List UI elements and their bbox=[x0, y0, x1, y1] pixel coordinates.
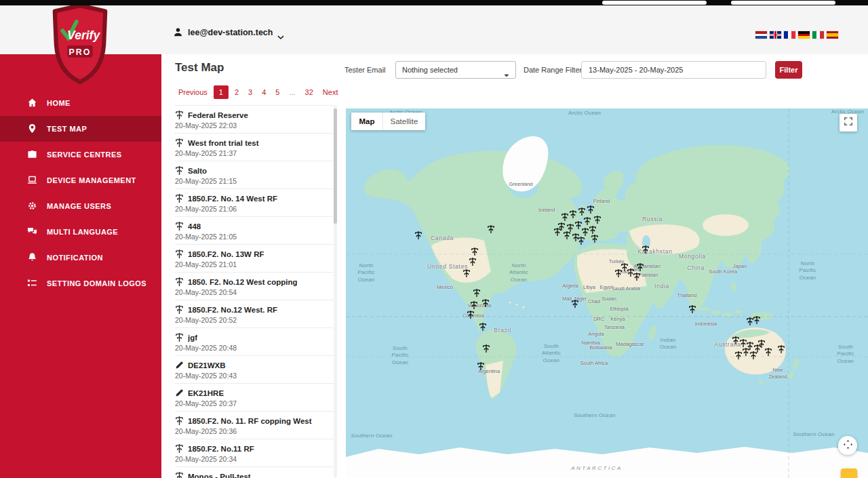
italy-flag-icon[interactable] bbox=[812, 31, 824, 39]
map-canvas[interactable]: Arctic OceanArctic OceanArctic OceanNort… bbox=[346, 108, 868, 478]
pagination-page-5[interactable]: 5 bbox=[271, 85, 284, 99]
test-marker-icon[interactable] bbox=[553, 227, 561, 237]
test-list-item[interactable]: EK21HRE20-May-2025 20:37 bbox=[175, 384, 334, 412]
test-list-item[interactable]: DE21WXB20-May-2025 20:43 bbox=[175, 356, 334, 384]
pagination-page-32[interactable]: 32 bbox=[300, 85, 318, 99]
sidebar-item-test-map[interactable]: TEST MAP bbox=[0, 116, 161, 142]
sidebar-item-home[interactable]: HOME bbox=[0, 90, 161, 116]
pagination-page-3[interactable]: 3 bbox=[243, 85, 257, 99]
pegman-control[interactable] bbox=[841, 469, 857, 478]
test-marker-icon[interactable] bbox=[561, 212, 569, 222]
pagination-ellipsis: ... bbox=[284, 85, 300, 99]
pagination-page-2[interactable]: 2 bbox=[230, 85, 243, 99]
test-list-item[interactable]: 1850.F2. No.12 West. RF20-May-2025 20:52 bbox=[175, 300, 334, 328]
test-marker-icon[interactable] bbox=[462, 268, 471, 278]
test-marker-icon[interactable] bbox=[633, 272, 641, 281]
pagination: Previous12345...32Next bbox=[174, 85, 342, 99]
pagination-page-1[interactable]: 1 bbox=[214, 85, 229, 99]
test-list-item[interactable]: Salto20-May-2025 21:15 bbox=[175, 161, 334, 189]
netherlands-flag-icon[interactable] bbox=[755, 31, 767, 39]
sidebar-item-service-centres[interactable]: SERVICE CENTRES bbox=[0, 142, 161, 167]
test-list-item[interactable]: 1850. F2. No.12 West copping20-May-2025 … bbox=[175, 273, 334, 300]
test-marker-icon[interactable] bbox=[577, 236, 585, 245]
map-type-map-button[interactable]: Map bbox=[351, 113, 383, 130]
sidebar-item-notification[interactable]: NOTIFICATION bbox=[0, 245, 161, 271]
test-marker-icon[interactable] bbox=[469, 257, 477, 266]
test-marker-icon[interactable] bbox=[642, 245, 650, 254]
test-marker-icon[interactable] bbox=[477, 361, 485, 371]
user-menu[interactable]: lee@dev-station.tech bbox=[173, 27, 284, 37]
pagination-previous[interactable]: Previous bbox=[174, 85, 212, 99]
date-range-input[interactable] bbox=[581, 61, 766, 79]
sidebar-item-multi-language[interactable]: MULTI LANGUAGE bbox=[0, 219, 161, 245]
test-marker-icon[interactable] bbox=[593, 215, 601, 224]
test-marker-icon[interactable] bbox=[734, 351, 743, 360]
test-list-item[interactable]: Monos - Pull-test bbox=[175, 467, 334, 478]
list-scrollbar-thumb[interactable] bbox=[334, 108, 337, 224]
test-list-item[interactable]: 1850.F2. No. 13W RF20-May-2025 21:01 bbox=[175, 245, 334, 273]
test-marker-icon[interactable] bbox=[688, 304, 696, 314]
test-marker-icon[interactable] bbox=[471, 247, 479, 256]
test-list-item[interactable]: 1850.F2. No. 14 West RF20-May-2025 21:06 bbox=[175, 189, 334, 217]
brand-logo[interactable]: Verify PRO bbox=[50, 3, 110, 85]
test-name: EK21HRE bbox=[188, 389, 224, 397]
pan-control-button[interactable] bbox=[838, 436, 857, 455]
micrometer-icon bbox=[175, 193, 184, 203]
united-kingdom-flag-icon[interactable] bbox=[770, 31, 781, 39]
test-date: 20-May-2025 21:37 bbox=[175, 149, 334, 157]
test-list-item[interactable]: jgf20-May-2025 20:48 bbox=[175, 328, 334, 356]
micrometer-icon bbox=[175, 110, 184, 120]
test-marker-icon[interactable] bbox=[479, 322, 487, 332]
pagination-page-4[interactable]: 4 bbox=[257, 85, 271, 99]
test-marker-icon[interactable] bbox=[487, 224, 495, 234]
test-list-item[interactable]: Federal Reserve20-May-2025 22:03 bbox=[175, 106, 334, 134]
test-date: 20-May-2025 20:48 bbox=[175, 344, 334, 352]
filter-button[interactable]: Filter bbox=[775, 61, 802, 79]
map-markers bbox=[346, 108, 868, 478]
pencil-icon bbox=[175, 360, 184, 370]
map-type-satellite-button[interactable]: Satellite bbox=[383, 113, 425, 130]
briefcase-icon bbox=[27, 149, 38, 160]
pagination-next[interactable]: Next bbox=[318, 85, 343, 99]
test-marker-icon[interactable] bbox=[563, 231, 571, 240]
test-marker-icon[interactable] bbox=[636, 262, 644, 272]
germany-flag-icon[interactable] bbox=[798, 31, 810, 39]
test-marker-icon[interactable] bbox=[467, 310, 475, 319]
test-marker-icon[interactable] bbox=[583, 216, 591, 226]
sidebar-item-manage-users[interactable]: MANAGE USERS bbox=[0, 193, 161, 219]
test-marker-icon[interactable] bbox=[777, 344, 785, 354]
spain-flag-icon[interactable] bbox=[827, 31, 838, 39]
sidebar-item-device-management[interactable]: DEVICE MANAGEMENT bbox=[0, 167, 161, 193]
test-marker-icon[interactable] bbox=[482, 344, 490, 353]
test-marker-icon[interactable] bbox=[578, 207, 586, 216]
test-date: 20-May-2025 20:52 bbox=[175, 316, 334, 324]
test-marker-icon[interactable] bbox=[753, 315, 761, 325]
test-marker-icon[interactable] bbox=[470, 300, 478, 310]
caret-down-icon bbox=[504, 68, 509, 72]
test-name: jgf bbox=[188, 334, 197, 342]
test-marker-icon[interactable] bbox=[414, 231, 422, 240]
test-marker-icon[interactable] bbox=[569, 210, 577, 219]
test-marker-icon[interactable] bbox=[587, 205, 595, 214]
test-list-item[interactable]: 1850.F2. No. 11. RF copping West20-May-2… bbox=[175, 412, 334, 439]
sidebar-item-setting-domain-logos[interactable]: SETTING DOMAIN LOGOS bbox=[0, 271, 161, 296]
test-marker-icon[interactable] bbox=[749, 351, 757, 360]
test-list-item[interactable]: 44820-May-2025 21:05 bbox=[175, 217, 334, 245]
test-name: Monos - Pull-test bbox=[188, 473, 251, 478]
list-scrollbar[interactable] bbox=[334, 105, 337, 478]
test-marker-icon[interactable] bbox=[591, 234, 599, 243]
sidebar-item-label: SERVICE CENTRES bbox=[47, 151, 121, 159]
test-list-item[interactable]: West front trial test20-May-2025 21:37 bbox=[175, 134, 334, 161]
test-marker-icon[interactable] bbox=[473, 288, 481, 298]
test-marker-icon[interactable] bbox=[481, 298, 490, 308]
fullscreen-button[interactable] bbox=[840, 114, 857, 132]
test-marker-icon[interactable] bbox=[571, 299, 579, 308]
test-list-item[interactable]: 1850.F2. No.11 RF20-May-2025 20:34 bbox=[175, 439, 334, 467]
france-flag-icon[interactable] bbox=[784, 31, 795, 39]
sidebar-item-label: TEST MAP bbox=[47, 125, 87, 133]
test-marker-icon[interactable] bbox=[589, 225, 597, 235]
tester-email-select[interactable]: Nothing selected bbox=[395, 61, 516, 79]
micrometer-icon bbox=[175, 165, 184, 176]
test-date: 20-May-2025 20:34 bbox=[175, 455, 334, 463]
test-marker-icon[interactable] bbox=[764, 347, 772, 357]
